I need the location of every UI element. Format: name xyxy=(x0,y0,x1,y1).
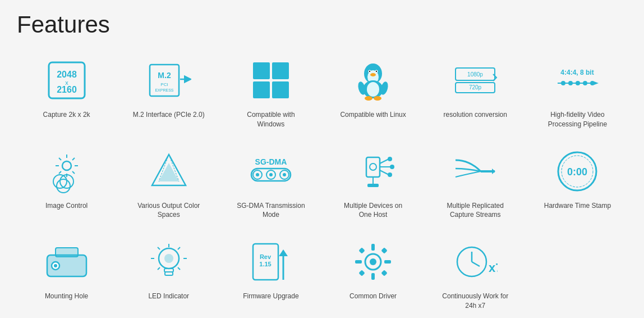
svg-rect-100 xyxy=(358,248,365,254)
24h-icon: x7 xyxy=(450,237,500,287)
24h-label: Continuously Work for 24h x7 xyxy=(439,292,512,311)
svg-point-34 xyxy=(583,81,587,85)
color-spaces-label: Various Output Color Spaces xyxy=(132,201,205,220)
svg-point-35 xyxy=(590,81,595,85)
svg-rect-102 xyxy=(358,270,365,276)
image-control-label: Image Control xyxy=(45,201,88,211)
hardware-timestamp-label: Hardware Time Stamp xyxy=(544,201,611,211)
svg-line-83 xyxy=(178,247,180,249)
svg-rect-98 xyxy=(355,260,362,264)
m2-label: M.2 Interface (PCIe 2.0) xyxy=(133,110,205,120)
svg-marker-49 xyxy=(159,163,179,181)
multiple-streams-icon xyxy=(450,146,500,197)
svg-line-84 xyxy=(158,247,160,249)
feature-24h: x7 Continuously Work for 24h x7 xyxy=(426,231,525,316)
feature-capture-2k: 2048 x 2160 Capture 2k x 2k xyxy=(17,49,116,135)
svg-line-41 xyxy=(59,158,61,160)
feature-empty xyxy=(528,231,627,316)
svg-line-87 xyxy=(178,267,180,270)
svg-point-95 xyxy=(370,258,376,265)
svg-line-44 xyxy=(59,171,61,174)
svg-rect-10 xyxy=(253,81,270,98)
svg-point-77 xyxy=(54,264,57,267)
svg-text:PCI: PCI xyxy=(160,82,168,87)
resolution-label: resolution conversion xyxy=(444,110,507,120)
svg-point-89 xyxy=(164,254,173,263)
svg-point-32 xyxy=(568,81,573,85)
svg-text:1.15: 1.15 xyxy=(259,261,271,267)
svg-rect-70 xyxy=(367,184,379,187)
windows-icon xyxy=(246,55,296,106)
linux-icon xyxy=(348,55,398,106)
svg-text:2048: 2048 xyxy=(57,70,77,79)
svg-rect-101 xyxy=(381,248,387,254)
svg-rect-9 xyxy=(272,62,289,79)
svg-rect-8 xyxy=(253,62,270,79)
feature-led: LED Indicator xyxy=(119,231,218,316)
feature-firmware: Rev 1.15 Firmware Upgrade xyxy=(221,231,320,316)
color-spaces-icon xyxy=(144,146,194,197)
svg-text:x7: x7 xyxy=(489,261,498,275)
feature-hifi: 4:4:4, 8 bit High-fidelity Video Process… xyxy=(528,49,627,135)
multiple-devices-label: Multiple Devices on One Host xyxy=(337,201,410,220)
svg-text:720p: 720p xyxy=(469,84,482,90)
svg-point-31 xyxy=(561,81,565,85)
svg-line-43 xyxy=(72,158,75,160)
multiple-streams-label: Multiple Replicated Capture Streams xyxy=(439,201,512,220)
svg-point-62 xyxy=(370,163,376,170)
firmware-label: Firmware Upgrade xyxy=(243,292,298,301)
svg-rect-11 xyxy=(272,81,289,98)
feature-multiple-devices: Multiple Devices on One Host xyxy=(324,140,423,226)
multiple-devices-icon xyxy=(348,146,398,197)
svg-point-20 xyxy=(367,82,379,97)
sg-dma-icon: SG-DMA xyxy=(246,146,296,197)
feature-hardware-timestamp: 0:00 Hardware Time Stamp xyxy=(528,140,627,226)
svg-rect-78 xyxy=(56,248,78,257)
feature-sg-dma: SG-DMA SG-DMA Transmission Mode xyxy=(221,140,320,226)
capture-2k-icon: 2048 x 2160 xyxy=(42,55,92,106)
svg-text:1080p: 1080p xyxy=(467,71,483,78)
svg-point-21 xyxy=(365,96,372,101)
page-title: Features xyxy=(17,11,627,38)
common-driver-label: Common Driver xyxy=(349,292,397,301)
svg-rect-96 xyxy=(371,244,375,251)
svg-text:4:4:4, 8 bit: 4:4:4, 8 bit xyxy=(561,69,594,76)
svg-point-33 xyxy=(576,81,580,85)
m2-icon: M.2 PCI EXPRESS xyxy=(144,55,194,106)
svg-point-22 xyxy=(374,96,381,101)
capture-2k-label: Capture 2k x 2k xyxy=(43,110,90,120)
feature-linux: Compatible with Linux xyxy=(324,49,423,135)
feature-common-driver: Common Driver xyxy=(324,231,423,316)
feature-mounting-hole: Mounting Hole xyxy=(17,231,116,316)
svg-line-42 xyxy=(72,171,75,174)
feature-color-spaces: Various Output Color Spaces xyxy=(119,140,218,226)
mounting-hole-icon xyxy=(42,237,92,287)
svg-point-68 xyxy=(388,172,392,177)
svg-line-106 xyxy=(472,262,480,266)
sg-dma-label: SG-DMA Transmission Mode xyxy=(234,201,307,220)
hifi-icon: 4:4:4, 8 bit xyxy=(552,55,602,106)
svg-point-66 xyxy=(388,157,392,161)
svg-point-36 xyxy=(62,161,71,170)
driver-icon xyxy=(348,237,398,287)
svg-text:2160: 2160 xyxy=(57,85,77,94)
svg-rect-97 xyxy=(371,273,375,280)
svg-point-58 xyxy=(256,173,259,176)
feature-image-control: Image Control xyxy=(17,140,116,226)
hardware-timestamp-icon: 0:00 xyxy=(552,146,602,197)
feature-multiple-streams: Multiple Replicated Capture Streams xyxy=(426,140,525,226)
svg-point-59 xyxy=(269,173,273,176)
svg-line-65 xyxy=(380,170,389,175)
mounting-hole-label: Mounting Hole xyxy=(45,292,88,301)
linux-label: Compatible with Linux xyxy=(340,110,406,120)
svg-text:Rev: Rev xyxy=(260,253,272,260)
svg-rect-81 xyxy=(165,272,173,275)
firmware-icon: Rev 1.15 xyxy=(246,237,296,287)
svg-point-47 xyxy=(57,179,70,193)
svg-point-16 xyxy=(369,71,370,72)
led-label: LED Indicator xyxy=(148,292,189,301)
svg-point-17 xyxy=(376,71,377,72)
svg-text:EXPRESS: EXPRESS xyxy=(155,88,173,92)
feature-resolution: 1080p 720p resolution conversion xyxy=(426,49,525,135)
svg-rect-99 xyxy=(384,260,391,264)
